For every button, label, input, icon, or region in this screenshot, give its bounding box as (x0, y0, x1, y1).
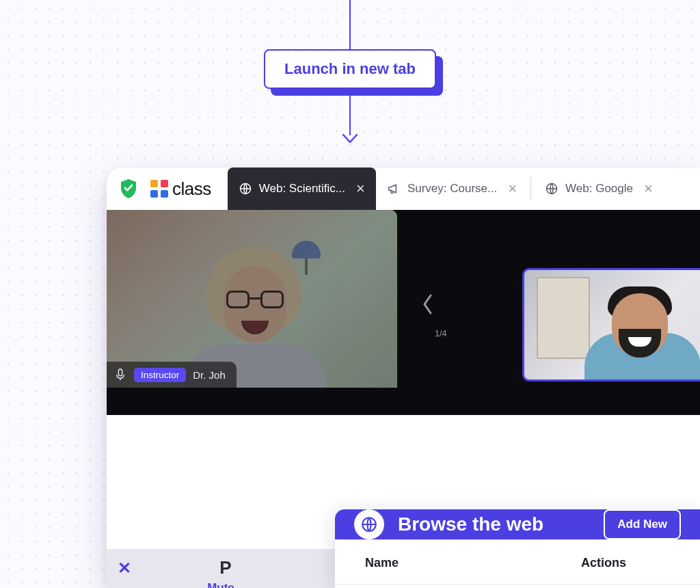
table-row: Harvard Business Review ••• Launch (335, 584, 700, 588)
pager-count: 1/4 (435, 329, 446, 338)
chevron-left-icon[interactable] (421, 293, 435, 316)
tab-label: Survey: Course... (407, 182, 497, 196)
svg-rect-2 (118, 369, 122, 376)
participants-title: P (127, 557, 324, 578)
video-stage: Instructor Dr. Joh 1/4 (107, 210, 700, 415)
flow-line-bottom (349, 89, 351, 135)
mic-icon (113, 368, 127, 382)
main-video-tile[interactable]: Instructor Dr. Joh (107, 210, 397, 388)
col-name: Name (365, 556, 581, 570)
tabs: Web: Scientific... × Survey: Course... ×… (228, 168, 690, 210)
flow-line-top (349, 0, 351, 49)
close-icon[interactable]: × (356, 181, 365, 196)
brand-logo: class (150, 178, 211, 200)
globe-icon (545, 182, 558, 196)
presenter-name: Dr. Joh (193, 369, 226, 381)
globe-icon (239, 182, 252, 196)
panel-title: Browse the web (398, 513, 590, 535)
mute-all-link[interactable]: Mute (107, 581, 335, 588)
panel-header: Browse the web Add New (335, 509, 700, 539)
role-badge: Instructor (134, 368, 186, 382)
table-header: Name Actions (335, 539, 700, 584)
flow-diagram: Launch in new tab (0, 0, 700, 144)
launch-new-tab-label[interactable]: Launch in new tab (264, 49, 436, 89)
megaphone-icon (387, 182, 401, 196)
globe-icon (354, 509, 384, 539)
tab-label: Web: Scientific... (259, 182, 345, 196)
presenter-label-bar: Instructor Dr. Joh (107, 362, 237, 388)
shield-icon (119, 179, 138, 198)
close-icon[interactable]: × (508, 181, 517, 196)
arrowhead-icon (342, 134, 358, 144)
tab-web-scientific[interactable]: Web: Scientific... × (228, 168, 376, 210)
tab-web-google[interactable]: Web: Google × (534, 168, 664, 210)
flow-button-wrap: Launch in new tab (264, 49, 436, 89)
participants-sidebar: ✕ P Mute Everyone (26) Instructor (1) Dr… (107, 549, 336, 588)
close-icon[interactable]: × (644, 181, 653, 196)
tab-survey-course[interactable]: Survey: Course... × (376, 168, 528, 210)
add-new-button[interactable]: Add New (604, 509, 681, 539)
col-actions: Actions (581, 556, 670, 570)
brand-mark-icon (150, 180, 168, 198)
brand-name: class (172, 178, 211, 200)
topbar: class Web: Scientific... × Survey: Cours… (107, 168, 700, 210)
app-window: class Web: Scientific... × Survey: Cours… (107, 168, 700, 588)
participant-video-thumb[interactable] (522, 268, 700, 382)
tab-label: Web: Google (565, 182, 633, 196)
browse-web-panel: Browse the web Add New Name Actions Harv… (335, 509, 700, 588)
